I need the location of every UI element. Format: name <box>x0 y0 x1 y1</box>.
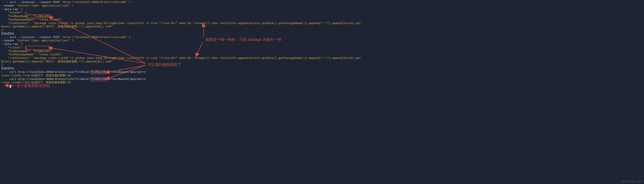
annotation-isolated: 可以看到规则隔离了 <box>148 62 181 67</box>
json-line: "kiePackageName": "rules.rule02", <box>1 53 643 57</box>
json-line: "ruleContent": "package rules.rule02 \n … <box>1 57 643 60</box>
kiebase-value-2: "kieBase02", <box>32 50 53 53</box>
cmd-line: --header 'Content-Type: application/json… <box>1 39 643 43</box>
output-line: rules.rule02.rule-01执行了，前端传递的参数:1% <box>1 81 643 85</box>
json-line: "kiePackageName": "rules.rule01", <box>1 18 643 22</box>
json-line: }' <box>1 29 643 32</box>
terminal-output: → ~ curl --location --request POST 'http… <box>1 1 643 88</box>
cmd-line: --data-raw '{ <box>1 8 643 11</box>
cursor <box>10 85 11 88</box>
watermark: CSDN @huan_1993 <box>621 180 642 183</box>
json-line: "kieBaseName": "kieBase01", <box>1 15 643 18</box>
cmd-text: curl --location --request POST <box>8 1 62 4</box>
cmd-line: → ~ curl http://localhost:8080/drools/ru… <box>1 78 643 81</box>
url-string: 'http://localhost:8080/drools/rule/add' <box>62 1 127 4</box>
json-line: Rule().getName()).append(\"执行了，前端传递的参数:\… <box>1 60 643 64</box>
prompt-line[interactable]: → ~ <box>1 85 643 88</box>
fire-rule-output-1: rules.rule01.rule-01执行了，前端传递的参数:1% <box>1 74 70 77</box>
json-line: }' <box>1 64 643 67</box>
json-line: Rule().getName()).append(\"执行了，前端传递的参数:\… <box>1 25 643 29</box>
json-line: "kieBaseName": "kieBase02", <box>1 50 643 53</box>
json-line: "ruleId": 2, <box>1 46 643 50</box>
output-line: rules.rule01.rule-01执行了，前端传递的参数:1% <box>1 74 643 78</box>
prompt-tilde: ~ <box>6 1 8 4</box>
annotation-package: 这个是规则所在的包 <box>16 84 50 88</box>
cmd-line: → ~ curl --location --request POST 'http… <box>1 1 643 4</box>
json-line: "ruleId": 1, <box>1 11 643 15</box>
cmd-line: --header 'Content-Type: application/json… <box>1 4 643 8</box>
fire-rule-cmd-2: curl http://localhost:8080/drools/rule/f… <box>8 78 146 81</box>
cmd-line: → ~ curl http://localhost:8080/drools/ru… <box>1 71 643 74</box>
output-line: 添加成功% <box>1 32 643 36</box>
fire-rule-cmd-1: curl http://localhost:8080/drools/rule/f… <box>8 71 146 74</box>
cmd-line: --data-raw '{ <box>1 43 643 46</box>
kiebase-value-1: "kieBase01", <box>32 15 53 18</box>
prompt-arrow: → <box>1 1 3 4</box>
annotation-rules-same: 规则是一模一样的，只是 package 的值不一样 <box>206 37 282 42</box>
output-line: 添加成功% <box>1 67 643 71</box>
json-line: "ruleContent": "package rules.rule01 \n … <box>1 22 643 25</box>
cmd-line: → ~ curl --location --request POST 'http… <box>1 36 643 39</box>
